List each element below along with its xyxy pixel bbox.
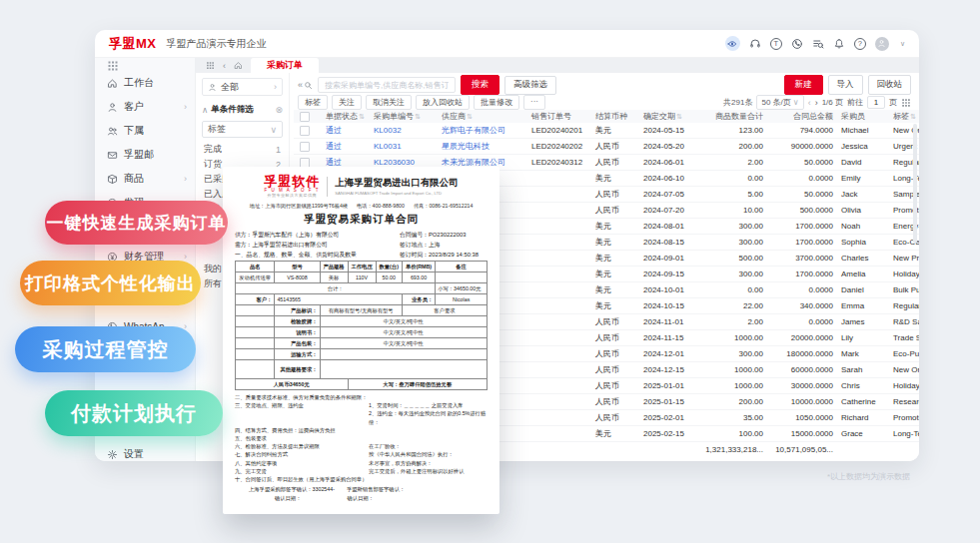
cell: Amelia — [837, 267, 889, 282]
cell: 美元 — [591, 298, 639, 314]
sidebar-item-1[interactable]: 工作台 — [95, 71, 195, 95]
sidebar-item-2[interactable]: 客户› — [95, 95, 195, 119]
apps-grid-icon[interactable] — [202, 58, 219, 73]
sidebar-item-5[interactable]: 商品› — [95, 167, 195, 191]
cell: New Order — [889, 362, 919, 378]
tab-purchase-orders[interactable]: 采购订单 — [251, 58, 319, 73]
column-settings-icon[interactable] — [901, 98, 911, 108]
contract-spec-cell: 其他规格要求： — [275, 360, 320, 379]
bell-icon[interactable] — [833, 38, 845, 50]
supplier-link[interactable]: 星辰光电科技 — [438, 139, 527, 155]
ticket-icon[interactable]: T — [770, 38, 782, 50]
goto-page-input[interactable] — [867, 96, 885, 109]
cell: 90000.0000 — [767, 139, 837, 155]
cell: 180000.0000 — [767, 346, 837, 362]
recycle-bin-button[interactable]: 回收站 — [868, 75, 912, 95]
sort-icon[interactable]: ⇅ — [359, 113, 365, 120]
task-search-icon[interactable] — [812, 38, 824, 50]
column-header[interactable]: 供应商⇅ — [438, 110, 527, 123]
avatar[interactable] — [875, 37, 889, 51]
cell: New Product Launch — [889, 251, 919, 267]
batch-action-button[interactable]: 取消关注 — [366, 95, 412, 110]
tag-filter-dropdown[interactable]: 标签 ∨ — [202, 121, 283, 138]
demo-eye-button[interactable] — [725, 36, 740, 51]
contract-spec-cell: 大写：叁万肆仟陆佰伍拾元整 — [348, 379, 487, 390]
table-scrollbar[interactable] — [913, 124, 917, 244]
collapse-search-icon[interactable]: « — [298, 80, 313, 90]
batch-action-button[interactable]: 标签 — [298, 95, 328, 110]
whatsapp-icon[interactable] — [791, 38, 803, 50]
cell — [527, 251, 591, 267]
cell: 0.00 — [701, 282, 767, 298]
avatar-chevron-down-icon[interactable]: ∨ — [900, 40, 905, 48]
filter-section-header[interactable]: ∧ 单条件筛选 ⊗ — [202, 104, 283, 116]
sidebar-item-3[interactable]: 下属 — [95, 119, 195, 143]
row-checkbox[interactable] — [300, 158, 310, 168]
sort-icon[interactable]: ⇅ — [467, 113, 473, 120]
status-link[interactable]: 通过 — [322, 139, 370, 155]
prev-page-icon[interactable]: ‹ — [808, 98, 811, 108]
sidebar-collapse[interactable] — [95, 58, 195, 71]
import-button[interactable]: 导入 — [828, 75, 863, 95]
gear-icon — [107, 449, 118, 460]
batch-action-button[interactable]: ··· — [523, 95, 545, 110]
cell: 60000.0000 — [767, 362, 837, 378]
cell: Regular — [889, 298, 919, 314]
next-page-icon[interactable]: › — [815, 98, 818, 108]
sort-icon[interactable]: ⇅ — [415, 113, 421, 120]
table-row: 通过KL0032光辉电子有限公司LED20240201美元2024-05-151… — [294, 123, 919, 139]
cell: 2025-01-01 — [639, 378, 701, 394]
clear-filter-icon[interactable]: ⊗ — [275, 105, 283, 115]
row-checkbox[interactable] — [300, 126, 310, 136]
cell: 300.00 — [701, 235, 767, 251]
cell: David — [837, 155, 889, 171]
cell: LED20240312 — [527, 155, 591, 171]
owner-scope-select[interactable]: 全部 › — [202, 78, 283, 96]
headset-icon[interactable] — [749, 38, 761, 50]
search-toolbar: « 搜索 高级筛选 新建 导入 回收站 — [290, 73, 919, 95]
cell: 人民币 — [591, 139, 639, 155]
batch-action-button[interactable]: 批量修改 — [474, 95, 519, 110]
cell: 1050.0000 — [767, 410, 837, 426]
cell — [527, 267, 591, 282]
chevron-right-icon: › — [184, 102, 187, 112]
cell: 人民币 — [591, 187, 639, 203]
cell: 0.0000 — [767, 314, 837, 330]
new-button[interactable]: 新建 — [784, 75, 823, 95]
row-checkbox[interactable] — [300, 142, 310, 152]
help-icon[interactable]: ? — [854, 38, 866, 50]
sort-icon[interactable]: ⇅ — [910, 113, 916, 120]
filter-item[interactable]: 完成1 — [202, 142, 283, 157]
column-header[interactable]: 采购单编号⇅ — [370, 110, 438, 123]
select-all-checkbox[interactable] — [300, 112, 310, 122]
contract-spec-cell: 美标 — [320, 272, 348, 283]
column-header[interactable]: 单据状态⇅ — [322, 110, 370, 123]
batch-action-button[interactable]: 放入回收站 — [416, 95, 470, 110]
sidebar-item-10[interactable]: 设置 — [95, 442, 195, 461]
supplier-link[interactable]: 光辉电子有限公司 — [438, 123, 527, 139]
cell: 美元 — [591, 267, 639, 282]
sidebar-item-4[interactable]: 孚盟邮 — [95, 143, 195, 167]
order-code-link[interactable]: KL0031 — [370, 139, 438, 155]
advanced-filter-button[interactable]: 高级筛选 — [504, 76, 556, 95]
sort-icon[interactable]: ⇅ — [676, 113, 682, 120]
column-header[interactable]: 标签⇅ — [889, 110, 919, 123]
cell: Promotion — [889, 410, 919, 426]
sidebar-item-label: 设置 — [124, 447, 144, 461]
search-button[interactable]: 搜索 — [461, 75, 499, 95]
cell: Holiday Order — [889, 378, 919, 394]
cell — [527, 298, 591, 314]
tab-bar: ‹ 采购订单 — [196, 58, 919, 73]
contract-term-line: 二、质量要求技术标准、供方对质量负责的条件和期限： — [235, 393, 488, 401]
batch-action-button[interactable]: 关注 — [332, 95, 362, 110]
home-tab-icon[interactable] — [230, 58, 247, 73]
cell: 2024-09-15 — [639, 267, 701, 282]
header-icons: T?∨ — [725, 36, 905, 51]
order-code-link[interactable]: KL0032 — [370, 123, 438, 139]
user-icon — [107, 102, 118, 113]
column-header[interactable]: 确定交期⇅ — [639, 110, 701, 123]
page-size-select[interactable]: 50 条/页∨ — [756, 95, 803, 110]
search-input[interactable] — [323, 80, 451, 91]
status-link[interactable]: 通过 — [322, 123, 370, 139]
tab-scroll-left-icon[interactable]: ‹ — [219, 58, 230, 73]
